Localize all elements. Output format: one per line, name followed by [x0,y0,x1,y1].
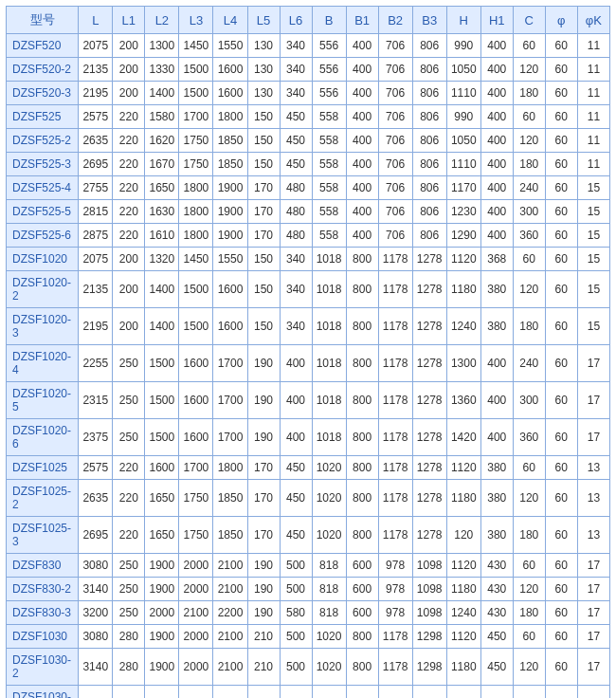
value-cell: 1290 [446,224,480,248]
table-row: DZSF1030-2314028019002000210021050010208… [7,649,610,686]
value-cell: 60 [545,271,577,308]
value-cell: 2200 [213,601,247,625]
value-cell: 2575 [79,105,113,129]
value-cell: 190 [247,382,280,419]
table-row: DZSF520-32195200140015001600130340556400… [7,82,610,105]
value-cell: 3140 [79,578,113,601]
value-cell: 600 [346,554,378,578]
value-cell: 1900 [145,578,179,601]
value-cell: 360 [513,224,545,248]
value-cell: 1850 [213,153,247,176]
col-header-8: B [312,7,346,34]
value-cell: 190 [247,601,280,625]
col-header-15: φ [545,7,577,34]
value-cell: 11 [577,129,609,153]
value-cell: 400 [280,419,312,456]
value-cell: 1018 [312,382,346,419]
value-cell: 806 [412,224,446,248]
value-cell: 250 [113,578,145,601]
value-cell: 120 [446,517,480,554]
value-cell: 990 [446,105,480,129]
value-cell: 1180 [446,578,480,601]
value-cell: 1120 [446,554,480,578]
value-cell: 180 [513,601,545,625]
value-cell: 220 [113,176,145,200]
value-cell: 978 [378,578,412,601]
value-cell: 480 [280,224,312,248]
value-cell: 120 [513,480,545,517]
value-cell: 17 [577,345,609,382]
value-cell: 450 [280,517,312,554]
col-header-12: H [446,7,480,34]
col-header-10: B2 [378,7,412,34]
value-cell: 60 [513,554,545,578]
value-cell: 17 [577,578,609,601]
value-cell: 430 [480,601,513,625]
value-cell: 1800 [179,224,213,248]
value-cell: 558 [312,200,346,224]
value-cell: 450 [280,129,312,153]
value-cell: 556 [312,58,346,82]
value-cell: 400 [346,153,378,176]
value-cell: 1020 [312,686,346,699]
value-cell: 190 [247,419,280,456]
value-cell: 1278 [412,480,446,517]
value-cell: 800 [346,345,378,382]
value-cell: 1600 [213,308,247,345]
value-cell: 1278 [412,419,446,456]
value-cell: 60 [545,176,577,200]
value-cell: 120 [513,129,545,153]
value-cell: 400 [346,58,378,82]
value-cell: 1278 [412,345,446,382]
value-cell: 60 [545,382,577,419]
value-cell: 400 [280,345,312,382]
value-cell: 2815 [79,200,113,224]
value-cell: 1580 [145,105,179,129]
value-cell: 1018 [312,248,346,271]
model-cell: DZSF1025-3 [7,517,79,554]
value-cell: 1240 [446,686,480,699]
value-cell: 450 [480,649,513,686]
value-cell: 1020 [312,480,346,517]
value-cell: 1400 [145,82,179,105]
model-cell: DZSF1025-2 [7,480,79,517]
value-cell: 1298 [412,649,446,686]
value-cell: 1900 [145,649,179,686]
table-row: DZSF103030802801900200021002105001020800… [7,625,610,649]
model-cell: DZSF525-4 [7,176,79,200]
value-cell: 800 [346,382,378,419]
value-cell: 60 [545,480,577,517]
value-cell: 1298 [412,625,446,649]
value-cell: 400 [346,224,378,248]
value-cell: 120 [513,649,545,686]
value-cell: 400 [480,382,513,419]
value-cell: 580 [280,686,312,699]
value-cell: 800 [346,308,378,345]
value-cell: 430 [480,554,513,578]
value-cell: 15 [577,271,609,308]
value-cell: 60 [545,34,577,58]
value-cell: 170 [247,517,280,554]
value-cell: 220 [113,105,145,129]
value-cell: 706 [378,82,412,105]
value-cell: 400 [346,82,378,105]
value-cell: 2695 [79,153,113,176]
model-cell: DZSF525 [7,105,79,129]
value-cell: 60 [545,224,577,248]
value-cell: 2100 [179,686,213,699]
value-cell: 818 [312,601,346,625]
value-cell: 380 [480,480,513,517]
value-cell: 60 [545,129,577,153]
value-cell: 1750 [179,517,213,554]
value-cell: 400 [346,176,378,200]
value-cell: 1500 [179,58,213,82]
value-cell: 170 [247,200,280,224]
value-cell: 1120 [446,248,480,271]
value-cell: 340 [280,82,312,105]
col-header-1: L [79,7,113,34]
model-cell: DZSF1030 [7,625,79,649]
value-cell: 170 [247,224,280,248]
model-cell: DZSF1020 [7,248,79,271]
value-cell: 1050 [446,129,480,153]
value-cell: 280 [113,649,145,686]
